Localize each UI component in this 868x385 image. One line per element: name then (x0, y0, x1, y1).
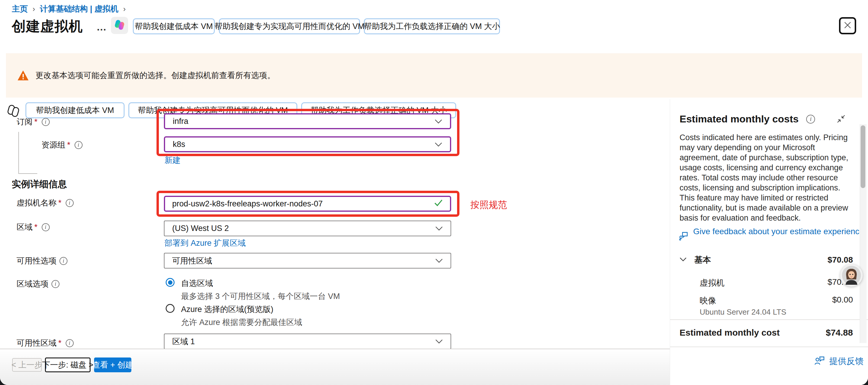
zone-option2-desc: 允许 Azure 根据需要分配最佳区域 (181, 317, 302, 328)
required-asterisk: * (58, 339, 62, 348)
info-icon[interactable]: i (59, 257, 67, 265)
resource-group-label: 资源组* i (41, 139, 83, 150)
region-label: 区域* i (17, 222, 50, 232)
info-icon[interactable]: i (42, 118, 50, 126)
review-create-button[interactable]: 查看 + 创建 (94, 357, 131, 372)
cost-panel: Estimated monthly costs i Costs indicate… (670, 99, 868, 385)
estimate-feedback-text: Give feedback about your estimate experi… (693, 226, 864, 236)
person-feedback-icon (814, 356, 825, 367)
scrollbar-thumb[interactable] (861, 125, 865, 188)
instance-details-heading: 实例详细信息 (12, 178, 67, 190)
availability-zone-dropdown[interactable]: 区域 1 (164, 333, 451, 349)
feedback-bubbles-icon (679, 231, 689, 242)
availability-options-dropdown[interactable]: 可用性区域 (164, 253, 451, 268)
copilot-button[interactable] (111, 17, 128, 34)
info-icon[interactable]: i (66, 199, 74, 207)
cost-item-amount: $0.00 (832, 295, 853, 306)
cost-total-label: Estimated monthly cost (680, 328, 779, 338)
divider (670, 319, 868, 320)
info-icon[interactable]: i (52, 280, 59, 288)
cost-total-amount: $74.88 (826, 328, 853, 338)
footer-bar: < 上一步 下一步: 磁盘 > 查看 + 创建 (0, 349, 670, 385)
cost-item-row: 虚拟机 $70.08 (700, 277, 853, 289)
radio-selected-icon[interactable] (166, 278, 175, 287)
info-icon[interactable]: i (42, 223, 50, 231)
resource-group-value: k8s (173, 140, 185, 149)
more-options-button[interactable]: … (96, 21, 107, 33)
subscription-dropdown[interactable]: infra (164, 113, 451, 129)
zone-option1-desc: 最多选择 3 个可用性区域，每个区域一台 VM (181, 291, 340, 301)
create-new-link[interactable]: 新建 (164, 155, 181, 166)
chevron-down-icon (435, 224, 443, 233)
tree-connector-horizontal (18, 173, 37, 174)
availability-zone-value: 区域 1 (172, 336, 195, 347)
zone-options-label: 区域选项 i (17, 279, 59, 289)
cost-panel-header: Estimated monthly costs i (680, 113, 815, 125)
cost-group-amount: $70.08 (828, 255, 853, 265)
required-asterisk: * (67, 140, 70, 150)
cost-group-name: 基本 (694, 254, 711, 265)
checkmark-icon (434, 199, 443, 209)
subscription-value: infra (173, 117, 188, 126)
chevron-down-icon (435, 256, 443, 265)
availability-options-value: 可用性区域 (172, 255, 212, 266)
collapse-icon[interactable] (836, 114, 846, 125)
copilot-suggestion-button[interactable]: 帮助我创建低成本 VM (133, 18, 215, 34)
breadcrumb-separator: › (123, 4, 126, 13)
required-asterisk: * (34, 223, 38, 232)
breadcrumb-separator: › (33, 4, 35, 13)
close-button[interactable] (839, 17, 856, 34)
tree-connector-vertical (18, 132, 19, 174)
copilot-logo-icon (114, 19, 125, 32)
zone-option-azure-select[interactable]: Azure 选择的区域(预览版) 允许 Azure 根据需要分配最佳区域 (166, 304, 302, 328)
vm-name-label: 虚拟机名称* i (17, 197, 74, 208)
azure-extended-zones-link[interactable]: 部署到 Azure 扩展区域 (164, 238, 246, 248)
chevron-down-icon (435, 117, 442, 126)
required-asterisk: * (58, 198, 62, 207)
region-dropdown[interactable]: (US) West US 2 (164, 221, 451, 236)
chevron-down-icon (435, 140, 442, 149)
required-asterisk: * (34, 118, 38, 127)
region-value: (US) West US 2 (172, 224, 229, 233)
zone-option1-label: 自选区域 (181, 278, 340, 289)
vm-name-input[interactable]: prod-usw2-k8s-freeleaps-worker-nodes-07 (164, 196, 451, 212)
divider (670, 347, 868, 347)
cost-total-row: Estimated monthly cost $74.88 (680, 328, 853, 338)
info-icon[interactable]: i (66, 339, 74, 347)
page-title: 创建虚拟机 (12, 17, 83, 36)
cost-item-row: 映像 $0.00 (700, 295, 853, 306)
info-icon[interactable]: i (74, 141, 83, 149)
breadcrumb-home-link[interactable]: 主页 (12, 4, 28, 14)
copilot-suggestion-button[interactable]: 帮助我为工作负载选择正确的 VM 大小 (364, 18, 500, 34)
vm-name-annotation: 按照规范 (470, 199, 507, 211)
copilot-suggestion-button[interactable]: 帮助我创建专为实现高可用性而优化的 VM (219, 18, 360, 34)
warning-text: 更改基本选项可能会重置所做的选择。创建虚拟机前查看所有选项。 (35, 70, 275, 81)
close-icon (842, 20, 852, 31)
breadcrumb-section-link[interactable]: 计算基础结构 | 虚拟机 (40, 4, 119, 14)
copilot-suggestion-button[interactable]: 帮助我创建低成本 VM (26, 102, 125, 118)
cost-panel-title: Estimated monthly costs (680, 113, 799, 125)
subscription-label: 订阅* i (17, 117, 50, 127)
cost-item-name: 虚拟机 (700, 277, 724, 289)
breadcrumb: 主页 › 计算基础结构 | 虚拟机 › (12, 4, 126, 14)
zone-option2-label: Azure 选择的区域(预览版) (181, 304, 302, 315)
chevron-down-icon[interactable] (680, 257, 687, 263)
screen: 主页 › 计算基础结构 | 虚拟机 › 创建虚拟机 … 帮助我创建低成本 VM … (0, 0, 868, 385)
cost-item-subnote: Ubuntu Server 24.04 LTS (700, 308, 786, 317)
cost-panel-description: Costs indicated here are estimates only.… (680, 132, 851, 223)
feedback-cn-text: 提供反馈 (829, 355, 864, 367)
availability-options-label: 可用性选项 i (17, 255, 67, 266)
cost-group-row[interactable]: 基本 $70.08 (680, 254, 853, 265)
next-disks-button[interactable]: 下一步: 磁盘 > (45, 357, 91, 372)
estimate-feedback-link[interactable]: Give feedback about your estimate experi… (679, 226, 845, 242)
resource-group-dropdown[interactable]: k8s (164, 136, 451, 152)
zone-option-self-select[interactable]: 自选区域 最多选择 3 个可用性区域，每个区域一台 VM (166, 278, 340, 301)
radio-unselected-icon[interactable] (166, 304, 175, 313)
feedback-link-cn[interactable]: 提供反馈 (814, 355, 864, 367)
previous-button[interactable]: < 上一步 (12, 358, 42, 372)
cost-item-name: 映像 (700, 295, 716, 306)
avatar[interactable] (840, 264, 863, 287)
info-icon[interactable]: i (806, 115, 815, 124)
availability-zone-label: 可用性区域* i (17, 338, 74, 348)
chevron-down-icon (435, 337, 443, 346)
